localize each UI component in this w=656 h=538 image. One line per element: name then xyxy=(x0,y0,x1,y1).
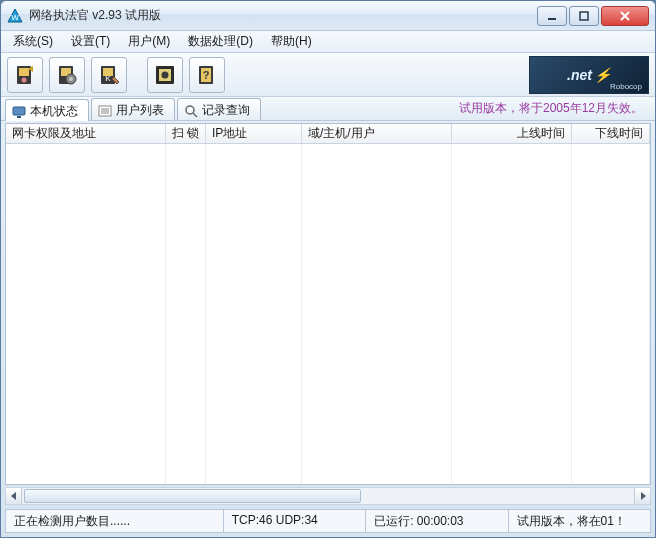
svg-point-18 xyxy=(162,71,169,78)
svg-rect-3 xyxy=(580,12,588,20)
maximize-button[interactable] xyxy=(569,6,599,26)
svg-point-12 xyxy=(69,77,73,81)
svg-rect-7 xyxy=(19,68,29,76)
col-ip-addr[interactable]: IP地址 xyxy=(206,124,302,143)
svg-text:K: K xyxy=(105,74,111,83)
status-detecting: 正在检测用户数目...... xyxy=(5,509,224,533)
svg-marker-31 xyxy=(641,492,646,500)
svg-text:W: W xyxy=(11,13,19,22)
list-icon xyxy=(98,104,112,118)
window-controls xyxy=(537,6,649,26)
menu-settings[interactable]: 设置(T) xyxy=(63,31,118,52)
scroll-track[interactable] xyxy=(22,488,634,504)
status-uptime: 已运行: 00:00:03 xyxy=(366,509,508,533)
tab-record-query[interactable]: 记录查询 xyxy=(177,98,261,120)
scroll-left-button[interactable] xyxy=(6,488,22,504)
tab-label: 记录查询 xyxy=(202,102,250,119)
status-ports: TCP:46 UDP:34 xyxy=(224,509,366,533)
menubar: 系统(S) 设置(T) 用户(M) 数据处理(D) 帮助(H) xyxy=(1,31,655,53)
col-card-perm-addr[interactable]: 网卡权限及地址 xyxy=(6,124,166,143)
svg-rect-22 xyxy=(13,107,25,115)
tab-label: 用户列表 xyxy=(116,102,164,119)
data-grid: 网卡权限及地址 扫 锁 IP地址 域/主机/用户 上线时间 下线时间 xyxy=(5,123,651,485)
status-bar: 正在检测用户数目...... TCP:46 UDP:34 已运行: 00:00:… xyxy=(5,509,651,533)
col-offline-time[interactable]: 下线时间 xyxy=(572,124,650,143)
bolt-icon: ⚡ xyxy=(594,67,611,83)
svg-rect-23 xyxy=(17,116,21,118)
tab-bar: 本机状态 用户列表 记录查询 试用版本，将于2005年12月失效。 xyxy=(1,97,655,121)
svg-text:?: ? xyxy=(203,69,210,81)
col-domain-host-user[interactable]: 域/主机/用户 xyxy=(302,124,452,143)
col-scan-lock[interactable]: 扫 锁 xyxy=(166,124,206,143)
svg-point-8 xyxy=(22,77,27,82)
tab-user-list[interactable]: 用户列表 xyxy=(91,98,175,120)
horizontal-scrollbar[interactable] xyxy=(5,487,651,505)
brand-logo: .net⚡ Robocop xyxy=(529,56,649,94)
toolbar-btn-1[interactable] xyxy=(7,57,43,93)
grid-header: 网卡权限及地址 扫 锁 IP地址 域/主机/用户 上线时间 下线时间 xyxy=(6,124,650,144)
app-window: W 网络执法官 v2.93 试用版 系统(S) 设置(T) 用户(M) 数据处理… xyxy=(0,0,656,538)
window-title: 网络执法官 v2.93 试用版 xyxy=(29,7,537,24)
menu-user[interactable]: 用户(M) xyxy=(120,31,178,52)
close-button[interactable] xyxy=(601,6,649,26)
status-trial-tail: 试用版本，将在01！ xyxy=(509,509,651,533)
tab-host-status[interactable]: 本机状态 xyxy=(5,99,89,121)
scroll-thumb[interactable] xyxy=(24,489,361,503)
toolbar-btn-4[interactable] xyxy=(147,57,183,93)
tab-label: 本机状态 xyxy=(30,103,78,120)
toolbar: K ? .net⚡ Robocop xyxy=(1,53,655,97)
menu-data[interactable]: 数据处理(D) xyxy=(180,31,261,52)
monitor-icon xyxy=(12,105,26,119)
svg-point-28 xyxy=(186,106,194,114)
scroll-right-button[interactable] xyxy=(634,488,650,504)
minimize-button[interactable] xyxy=(537,6,567,26)
menu-help[interactable]: 帮助(H) xyxy=(263,31,320,52)
grid-body[interactable] xyxy=(6,144,650,484)
toolbar-btn-3[interactable]: K xyxy=(91,57,127,93)
trial-notice: 试用版本，将于2005年12月失效。 xyxy=(459,100,651,117)
col-online-time[interactable]: 上线时间 xyxy=(452,124,572,143)
brand-sub-text: Robocop xyxy=(610,82,642,91)
app-icon: W xyxy=(7,8,23,24)
search-icon xyxy=(184,104,198,118)
brand-net-text: .net xyxy=(567,67,592,83)
menu-system[interactable]: 系统(S) xyxy=(5,31,61,52)
svg-line-29 xyxy=(193,113,197,117)
titlebar[interactable]: W 网络执法官 v2.93 试用版 xyxy=(1,1,655,31)
toolbar-btn-2[interactable] xyxy=(49,57,85,93)
svg-marker-30 xyxy=(11,492,16,500)
toolbar-btn-help[interactable]: ? xyxy=(189,57,225,93)
